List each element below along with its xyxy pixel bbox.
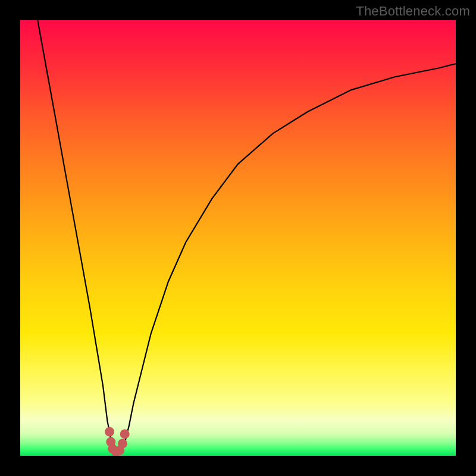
watermark-text: TheBottleneck.com bbox=[356, 4, 470, 19]
bottleneck-gradient bbox=[20, 20, 456, 456]
chart-frame: TheBottleneck.com bbox=[0, 0, 476, 476]
plot-area bbox=[20, 20, 456, 456]
